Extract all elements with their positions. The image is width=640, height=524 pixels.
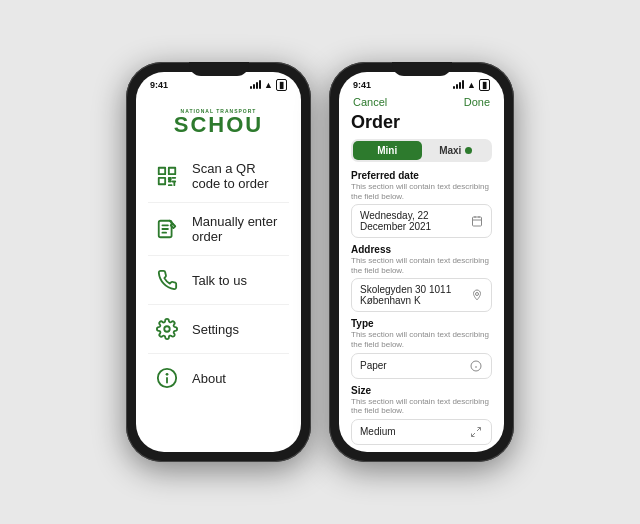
type-value: Paper xyxy=(360,360,387,371)
size-input[interactable]: Medium xyxy=(351,419,492,445)
left-time: 9:41 xyxy=(150,80,168,90)
svg-line-16 xyxy=(477,427,481,431)
svg-rect-2 xyxy=(159,178,165,184)
left-screen: 9:41 ▲ ▮ NATIONAL TRANSPORT SCHOU xyxy=(136,72,301,452)
svg-point-12 xyxy=(476,293,479,296)
menu-item-talk[interactable]: Talk to us xyxy=(148,256,289,305)
signal-icon xyxy=(250,80,261,89)
phones-container: 9:41 ▲ ▮ NATIONAL TRANSPORT SCHOU xyxy=(126,62,514,462)
segment-maxi[interactable]: Maxi xyxy=(422,141,491,160)
segment-control[interactable]: Mini Maxi xyxy=(351,139,492,162)
svg-point-4 xyxy=(164,326,170,332)
menu-label-settings: Settings xyxy=(192,322,239,337)
preferred-date-value: Wednesday, 22 December 2021 xyxy=(360,210,471,232)
edit-icon xyxy=(154,216,180,242)
order-title: Order xyxy=(351,112,492,133)
info-icon xyxy=(154,365,180,391)
order-content: Order Mini Maxi Preferred date This sect… xyxy=(339,112,504,452)
svg-rect-8 xyxy=(473,217,482,226)
right-status-icons: ▲ ▮ xyxy=(453,79,490,92)
right-wifi-icon: ▲ xyxy=(467,80,476,90)
location-icon xyxy=(471,288,483,302)
menu-item-manual-entry[interactable]: Manually enter order xyxy=(148,203,289,256)
size-label: Size xyxy=(351,385,492,396)
gear-icon xyxy=(154,316,180,342)
left-phone: 9:41 ▲ ▮ NATIONAL TRANSPORT SCHOU xyxy=(126,62,311,462)
quantity-block: Quantity Set number of containers to emp… xyxy=(351,451,492,452)
left-status-icons: ▲ ▮ xyxy=(250,79,287,92)
done-button[interactable]: Done xyxy=(464,96,490,108)
preferred-date-desc: This section will contain text describin… xyxy=(351,182,492,201)
expand-icon xyxy=(469,425,483,439)
address-input[interactable]: Skolegyden 30 1011 København K xyxy=(351,278,492,312)
cancel-button[interactable]: Cancel xyxy=(353,96,387,108)
right-notch xyxy=(392,62,452,76)
address-field: Address This section will contain text d… xyxy=(351,244,492,312)
info-circle-icon xyxy=(469,359,483,373)
preferred-date-input[interactable]: Wednesday, 22 December 2021 xyxy=(351,204,492,238)
right-battery-icon: ▮ xyxy=(479,79,490,92)
notch xyxy=(189,62,249,76)
type-input[interactable]: Paper xyxy=(351,353,492,379)
wifi-icon: ▲ xyxy=(264,80,273,90)
logo-area: NATIONAL TRANSPORT SCHOU xyxy=(136,94,301,146)
menu-label-manual-entry: Manually enter order xyxy=(192,214,283,244)
phone-icon xyxy=(154,267,180,293)
svg-line-17 xyxy=(472,433,476,437)
calendar-icon xyxy=(471,214,483,228)
order-nav-bar: Cancel Done xyxy=(339,94,504,112)
size-desc: This section will contain text describin… xyxy=(351,397,492,416)
right-time: 9:41 xyxy=(353,80,371,90)
segment-mini[interactable]: Mini xyxy=(353,141,422,160)
menu-label-qr-scan: Scan a QR code to order xyxy=(192,161,283,191)
right-signal-icon xyxy=(453,80,464,89)
address-value: Skolegyden 30 1011 København K xyxy=(360,284,471,306)
type-label: Type xyxy=(351,318,492,329)
type-field: Type This section will contain text desc… xyxy=(351,318,492,378)
preferred-date-field: Preferred date This section will contain… xyxy=(351,170,492,238)
menu-item-settings[interactable]: Settings xyxy=(148,305,289,354)
menu-item-qr-scan[interactable]: Scan a QR code to order xyxy=(148,150,289,203)
right-screen: 9:41 ▲ ▮ Cancel Done Order xyxy=(339,72,504,452)
svg-rect-0 xyxy=(159,168,165,174)
svg-rect-1 xyxy=(169,168,175,174)
preferred-date-label: Preferred date xyxy=(351,170,492,181)
type-desc: This section will contain text describin… xyxy=(351,330,492,349)
size-field: Size This section will contain text desc… xyxy=(351,385,492,445)
menu-item-about[interactable]: About xyxy=(148,354,289,402)
address-label: Address xyxy=(351,244,492,255)
address-desc: This section will contain text describin… xyxy=(351,256,492,275)
menu-list: Scan a QR code to order Manually enter o… xyxy=(136,146,301,452)
size-value: Medium xyxy=(360,426,396,437)
menu-label-talk: Talk to us xyxy=(192,273,247,288)
battery-icon: ▮ xyxy=(276,79,287,92)
logo-main-text: SCHOU xyxy=(174,114,263,136)
maxi-dot xyxy=(465,147,472,154)
schou-logo: NATIONAL TRANSPORT SCHOU xyxy=(174,108,263,136)
right-phone: 9:41 ▲ ▮ Cancel Done Order xyxy=(329,62,514,462)
menu-label-about: About xyxy=(192,371,226,386)
quantity-label: Quantity xyxy=(351,451,492,452)
qr-icon xyxy=(154,163,180,189)
